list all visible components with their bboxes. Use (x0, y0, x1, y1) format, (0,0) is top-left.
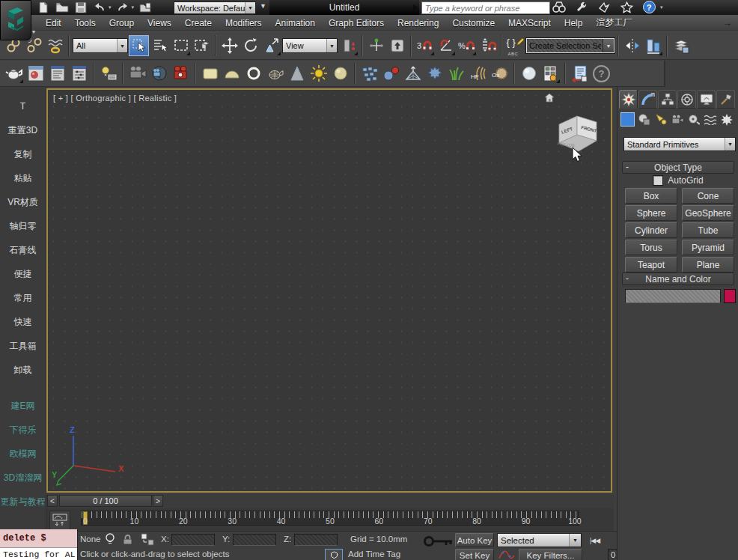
key-icon[interactable] (424, 536, 454, 547)
material-library-icon[interactable] (540, 63, 561, 84)
render-setup-icon[interactable] (47, 63, 67, 84)
material-editor-icon[interactable] (25, 63, 46, 84)
molecule-tool-icon[interactable] (381, 63, 401, 84)
sphere-primitive-icon[interactable] (330, 63, 350, 84)
search-input[interactable] (421, 1, 550, 14)
chevron-down-icon[interactable]: ▼ (569, 534, 581, 547)
track-bar[interactable]: 0102030405060708090100 (46, 508, 614, 531)
subtab-geometry[interactable] (620, 112, 635, 127)
angle-snap-toggle-icon[interactable] (436, 35, 456, 56)
render-teapot-icon[interactable] (4, 63, 24, 84)
night-camera-icon[interactable] (149, 63, 169, 84)
search-binoculars-icon[interactable] (550, 0, 568, 14)
snaps-toggle-icon[interactable]: 3 (415, 35, 435, 56)
workspace-selector[interactable]: Workspace: Default ▼ (174, 1, 256, 14)
macro-recorder-line[interactable]: delete $ (0, 529, 77, 548)
object-name-field[interactable] (625, 289, 721, 303)
camera-lister-icon[interactable] (127, 63, 147, 84)
sidebar-link-justeasy[interactable]: 建E网 (10, 394, 34, 418)
sidebar-item-common[interactable]: 常用 (14, 286, 32, 310)
isolate-selection-button[interactable] (325, 549, 343, 560)
subtab-spacewarps[interactable] (703, 112, 717, 127)
help-dropdown-icon[interactable]: ▾ (660, 4, 663, 10)
subtab-cameras[interactable] (670, 112, 684, 127)
sidebar-item-quick[interactable]: 快速 (14, 310, 32, 334)
sidebar-link-xiadele[interactable]: 下得乐 (10, 418, 37, 442)
spinner-snap-toggle-icon[interactable] (478, 35, 498, 56)
undo-icon[interactable] (92, 1, 107, 14)
sidebar-item-t[interactable]: T (20, 94, 25, 118)
box-button[interactable]: Box (625, 188, 677, 204)
viewport-label[interactable]: [ + ] [ Orthographic ] [ Realistic ] (53, 94, 177, 103)
menu-maxscript[interactable]: MAXScript (501, 18, 558, 28)
reference-coordinate-dropdown[interactable]: View▼ (282, 38, 338, 53)
selection-filter-dropdown[interactable]: All▼ (73, 38, 128, 53)
sidebar-item-unload[interactable]: 卸载 (14, 358, 32, 382)
chevron-down-icon[interactable]: ▼ (603, 39, 614, 52)
open-file-icon[interactable] (55, 1, 70, 14)
tube-button[interactable]: Tube (682, 222, 734, 238)
wrench-icon[interactable] (573, 0, 591, 14)
x-coordinate-field[interactable] (171, 534, 215, 546)
select-object-button[interactable] (129, 35, 149, 56)
set-key-button[interactable]: Set Key (455, 549, 494, 560)
teapot-button[interactable]: Teapot (625, 257, 677, 273)
light-lister-icon[interactable] (98, 63, 118, 84)
projection-helper-icon[interactable] (403, 63, 423, 84)
toolbar-options-icon[interactable]: ▼ (260, 2, 266, 10)
isolate-bulb-icon[interactable] (105, 533, 115, 546)
select-and-manipulate-icon[interactable] (366, 35, 386, 56)
mini-curve-editor-button[interactable] (49, 511, 70, 530)
favorites-star-icon[interactable] (617, 0, 635, 14)
selection-lock-icon[interactable] (122, 534, 133, 545)
time-slider-handle[interactable]: 0 / 100 (59, 495, 152, 507)
tab-modify[interactable] (638, 90, 657, 109)
menu-help[interactable]: Help (558, 18, 590, 28)
time-slider[interactable]: < 0 / 100 > (46, 494, 614, 508)
menu-group[interactable]: Group (103, 18, 141, 28)
menu-animation[interactable]: Animation (269, 18, 322, 28)
volume-light-cone-icon[interactable] (287, 63, 307, 84)
menu-edit[interactable]: Edit (39, 18, 68, 28)
ring-primitive-icon[interactable] (243, 63, 263, 84)
tab-utilities[interactable] (716, 90, 735, 109)
menu-customize[interactable]: Customize (445, 18, 501, 28)
key-mode-dropdown[interactable]: Selected▼ (497, 533, 582, 547)
new-file-icon[interactable] (36, 1, 51, 14)
scatter-tool-icon[interactable] (359, 63, 379, 84)
communication-center-icon[interactable] (595, 0, 613, 14)
sidebar-link-3d66[interactable]: 3D溜溜网 (4, 466, 42, 490)
rectangular-selection-region-icon[interactable] (171, 35, 191, 56)
sidebar-link-om[interactable]: 欧模网 (10, 442, 37, 466)
absolute-offset-mode-icon[interactable] (141, 533, 154, 546)
script-loader-icon[interactable] (570, 63, 590, 84)
hairfarm-tool-icon[interactable]: HF (468, 63, 488, 84)
listener-line[interactable]: Testing for AL (0, 548, 77, 560)
window-crossing-toggle-icon[interactable] (192, 35, 212, 56)
plane-button[interactable]: Plane (682, 257, 734, 273)
align-icon[interactable] (643, 35, 663, 56)
chevron-down-icon[interactable]: ▼ (245, 2, 255, 13)
category-dropdown[interactable]: Standard Primitives▼ (623, 137, 736, 151)
sidebar-link-updates[interactable]: 更新与教程 (1, 490, 46, 514)
help-icon[interactable]: ? (640, 0, 658, 14)
undo-dropdown-icon[interactable]: ▾ (109, 4, 112, 10)
select-and-rotate-icon[interactable] (240, 35, 260, 56)
viewcube-home-icon[interactable] (544, 93, 555, 103)
menu-views[interactable]: Views (141, 18, 178, 28)
go-to-start-button[interactable]: |◀◀ (587, 533, 603, 547)
autogrid-checkbox[interactable] (653, 175, 663, 186)
blobmesh-tool-icon[interactable] (424, 63, 445, 84)
manage-layers-icon[interactable] (671, 35, 691, 56)
red-camera-icon[interactable] (171, 63, 191, 84)
grass-tool-icon[interactable] (446, 63, 466, 84)
mirror-icon[interactable] (622, 35, 642, 56)
name-color-rollout-header[interactable]: - Name and Color (622, 273, 734, 285)
sidebar-item-plaster-line[interactable]: 石膏线 (10, 238, 37, 262)
redo-icon[interactable] (115, 1, 130, 14)
menu-graph-editors[interactable]: Graph Editors (322, 18, 391, 28)
sun-light-icon[interactable] (308, 63, 329, 84)
save-file-icon[interactable] (73, 1, 88, 14)
menu-create[interactable]: Create (178, 18, 219, 28)
chevron-down-icon[interactable]: ▼ (117, 39, 127, 52)
